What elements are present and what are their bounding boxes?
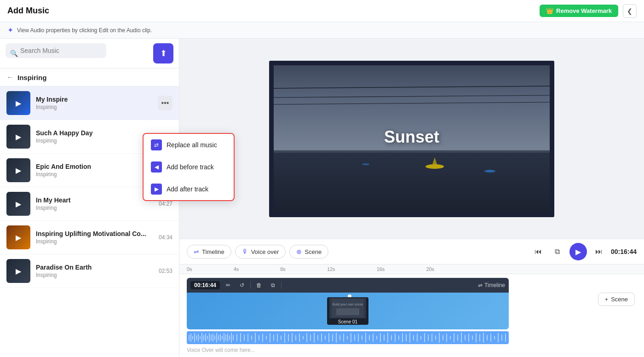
svg-rect-94 xyxy=(431,334,432,342)
info-text: View Audio properties by clicking Edit o… xyxy=(17,27,152,34)
copy-button[interactable]: ⧉ xyxy=(550,244,565,259)
svg-rect-105 xyxy=(472,335,473,340)
category-back-button[interactable]: ← xyxy=(6,73,14,81)
timeline-area: ⇌ Timeline 🎙 Voice over ⊕ Scene ⏮ ⧉ ▶ ⏭ … xyxy=(179,239,644,357)
play-icon: ▶ xyxy=(16,132,21,141)
add-scene-button[interactable]: + Scene xyxy=(598,293,635,306)
upload-icon: ⬆ xyxy=(160,48,167,58)
voiceover-button[interactable]: 🎙 Voice over xyxy=(235,245,286,259)
edit-clip-button[interactable]: ✏ xyxy=(223,280,234,291)
music-category: Inspiring xyxy=(36,238,153,245)
music-info: In My Heart Inspiring xyxy=(36,196,153,211)
svg-text:Build your own scene: Build your own scene xyxy=(333,303,363,306)
svg-rect-84 xyxy=(395,334,396,342)
add-before-track-option[interactable]: ◀ Add before track xyxy=(144,156,179,178)
svg-point-7 xyxy=(426,164,444,169)
music-item[interactable]: ▶ My Inspire Inspiring ••• xyxy=(0,86,179,120)
timeline-nav: ⏮ ⧉ ▶ ⏭ 00:16:44 xyxy=(531,243,637,260)
svg-rect-53 xyxy=(281,335,282,340)
svg-rect-59 xyxy=(303,336,304,340)
skip-forward-button[interactable]: ⏭ xyxy=(592,244,606,259)
divider xyxy=(281,282,282,289)
replace-all-label: Replace all music xyxy=(167,141,179,149)
svg-rect-26 xyxy=(207,336,208,340)
music-info: Paradise On Earth Inspiring xyxy=(36,264,153,278)
audio-waveform[interactable]: // Generate waveform bars in SVG xyxy=(187,331,509,344)
delete-clip-button[interactable]: 🗑 xyxy=(253,280,264,291)
svg-rect-36 xyxy=(225,334,226,341)
svg-rect-67 xyxy=(332,334,333,341)
svg-rect-114 xyxy=(505,334,506,342)
svg-rect-99 xyxy=(450,336,451,340)
music-thumbnail: ▶ xyxy=(6,225,30,249)
svg-rect-97 xyxy=(443,335,443,340)
svg-rect-20 xyxy=(196,335,197,340)
ruler-mark-8s: 8s xyxy=(280,266,286,272)
loop-clip-button[interactable]: ↺ xyxy=(236,280,247,291)
svg-rect-63 xyxy=(317,335,318,340)
music-thumbnail: ▶ xyxy=(6,158,30,182)
svg-rect-103 xyxy=(465,335,466,340)
svg-rect-58 xyxy=(299,334,300,342)
music-name: My Inspire xyxy=(36,96,152,103)
svg-rect-74 xyxy=(358,334,359,342)
scene-label: Scene 01 xyxy=(338,319,357,324)
svg-rect-81 xyxy=(384,334,385,341)
music-category: Inspiring xyxy=(36,205,153,211)
music-thumbnail: ▶ xyxy=(6,125,30,149)
back-button[interactable]: ❮ xyxy=(623,4,637,18)
plus-circle-icon: ⊕ xyxy=(296,248,302,255)
add-before-label: Add before track xyxy=(167,163,179,171)
music-info: My Inspire Inspiring xyxy=(36,96,152,110)
video-clip[interactable]: Build your own scene Scene 01 xyxy=(187,293,509,329)
svg-rect-14 xyxy=(336,308,359,315)
music-info: Inspiring Uplifting Motivational Co... I… xyxy=(36,230,153,245)
svg-rect-16 xyxy=(189,335,190,340)
svg-rect-41 xyxy=(236,334,237,341)
dropdown-menu: ⇄ Replace all music ◀ Add before track ▶… xyxy=(143,133,179,201)
svg-rect-110 xyxy=(490,334,491,342)
clip-timeline-button[interactable]: ⇌ Timeline xyxy=(478,282,505,288)
replace-icon: ⇄ xyxy=(151,139,162,150)
ruler-mark-20s: 20s xyxy=(426,266,434,272)
svg-rect-38 xyxy=(229,335,230,340)
video-preview: Sunset xyxy=(179,39,644,239)
upload-button[interactable]: ⬆ xyxy=(153,43,173,63)
timeline-button[interactable]: ⇌ Timeline xyxy=(187,245,231,259)
svg-rect-61 xyxy=(310,334,311,341)
svg-rect-54 xyxy=(284,333,285,343)
svg-rect-25 xyxy=(205,334,206,342)
duplicate-clip-button[interactable]: ⧉ xyxy=(267,280,278,291)
svg-rect-31 xyxy=(216,333,217,343)
scene-button[interactable]: ⊕ Scene xyxy=(289,245,328,259)
play-icon: ▶ xyxy=(16,200,21,208)
svg-rect-70 xyxy=(343,334,344,342)
svg-rect-66 xyxy=(328,333,329,342)
skip-back-button[interactable]: ⏮ xyxy=(531,244,546,259)
timeline-tracks: 00:16:44 ✏ ↺ 🗑 ⧉ ⇌ Timeline xyxy=(179,274,644,357)
play-button[interactable]: ▶ xyxy=(569,243,587,260)
music-item[interactable]: ▶ Paradise On Earth Inspiring 02:53 xyxy=(0,254,179,288)
add-before-icon: ◀ xyxy=(151,161,162,173)
svg-rect-57 xyxy=(295,335,296,340)
svg-rect-102 xyxy=(461,333,462,343)
music-item[interactable]: ▶ Inspiring Uplifting Motivational Co...… xyxy=(0,221,179,254)
scene-image: Build your own scene xyxy=(329,298,366,318)
mic-icon: 🎙 xyxy=(242,248,248,255)
svg-rect-111 xyxy=(494,336,495,340)
remove-watermark-button[interactable]: 👑 Remove Watermark xyxy=(540,5,618,17)
cursor-icon: ✦ xyxy=(7,26,13,35)
add-after-track-option[interactable]: ▶ Add after track xyxy=(144,178,179,200)
svg-rect-113 xyxy=(501,334,502,341)
music-name: Epic And Emotion xyxy=(36,163,153,170)
divider xyxy=(250,282,251,289)
music-list: ▶ My Inspire Inspiring ••• ⇄ Replace all… xyxy=(0,86,179,357)
replace-all-music-option[interactable]: ⇄ Replace all music xyxy=(144,134,179,156)
more-options-button[interactable]: ••• xyxy=(158,96,172,110)
ruler-mark-12s: 12s xyxy=(327,266,335,272)
search-input[interactable] xyxy=(6,43,106,58)
svg-rect-93 xyxy=(428,334,429,341)
svg-rect-37 xyxy=(227,334,228,342)
category-header: ← Inspiring xyxy=(0,69,179,86)
search-icon: 🔍 xyxy=(10,50,18,57)
